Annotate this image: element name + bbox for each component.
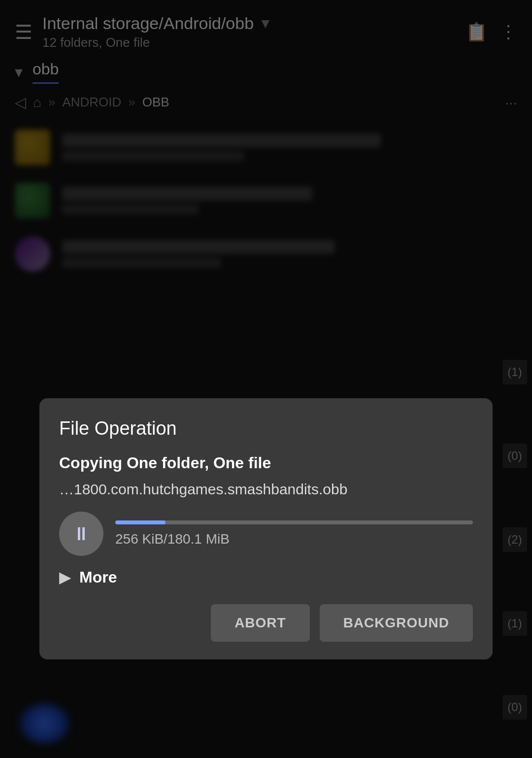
more-chevron-icon: ▶ xyxy=(59,568,71,586)
dialog-operation-text: Copying One folder, One file xyxy=(59,454,473,472)
dialog-filename: …1800.com.hutchgames.smashbandits.obb xyxy=(59,481,473,498)
more-row[interactable]: ▶ More xyxy=(59,568,473,586)
more-label: More xyxy=(79,568,117,586)
background-button[interactable]: BACKGROUND xyxy=(320,604,473,642)
abort-button[interactable]: ABORT xyxy=(211,604,310,642)
progress-bar-fill xyxy=(115,520,166,524)
progress-text: 256 KiB/180.1 MiB xyxy=(115,531,473,547)
file-operation-dialog: File Operation Copying One folder, One f… xyxy=(39,398,493,659)
progress-bar-background xyxy=(115,520,473,524)
dialog-buttons: ABORT BACKGROUND xyxy=(59,604,473,642)
dialog-title: File Operation xyxy=(59,418,473,439)
dialog-progress-row: ⏸ 256 KiB/180.1 MiB xyxy=(59,512,473,556)
progress-col: 256 KiB/180.1 MiB xyxy=(115,520,473,547)
pause-icon: ⏸ xyxy=(72,523,91,545)
pause-button[interactable]: ⏸ xyxy=(59,512,103,556)
